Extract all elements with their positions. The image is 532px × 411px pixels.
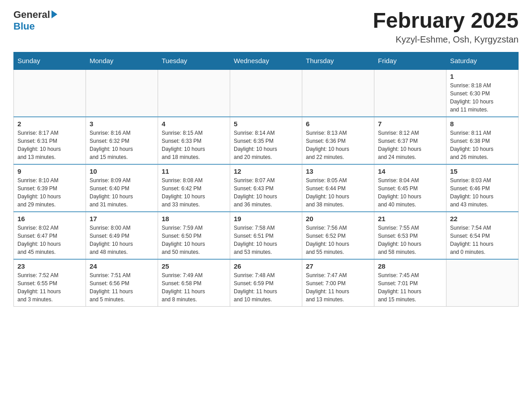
day-info: Sunrise: 7:55 AM Sunset: 6:53 PM Dayligh… xyxy=(378,225,421,255)
day-info: Sunrise: 7:49 AM Sunset: 6:58 PM Dayligh… xyxy=(162,272,205,303)
calendar-day-cell: 22Sunrise: 7:54 AM Sunset: 6:54 PM Dayli… xyxy=(446,212,519,259)
calendar-day-cell xyxy=(86,69,158,117)
calendar-body: 1Sunrise: 8:18 AM Sunset: 6:30 PM Daylig… xyxy=(14,69,519,307)
calendar-day-cell: 11Sunrise: 8:08 AM Sunset: 6:42 PM Dayli… xyxy=(158,164,230,212)
calendar-table: SundayMondayTuesdayWednesdayThursdayFrid… xyxy=(13,52,519,307)
calendar-day-cell: 19Sunrise: 7:58 AM Sunset: 6:51 PM Dayli… xyxy=(230,212,302,259)
day-info: Sunrise: 7:47 AM Sunset: 7:00 PM Dayligh… xyxy=(306,272,349,303)
calendar-week-row: 2Sunrise: 8:17 AM Sunset: 6:31 PM Daylig… xyxy=(14,117,519,164)
calendar-week-row: 16Sunrise: 8:02 AM Sunset: 6:47 PM Dayli… xyxy=(14,212,519,259)
day-number: 23 xyxy=(17,262,82,270)
calendar-week-row: 1Sunrise: 8:18 AM Sunset: 6:30 PM Daylig… xyxy=(14,69,519,117)
day-info: Sunrise: 7:58 AM Sunset: 6:51 PM Dayligh… xyxy=(234,225,277,255)
day-number: 22 xyxy=(450,215,515,223)
weekday-header-tuesday: Tuesday xyxy=(158,52,230,69)
day-number: 26 xyxy=(234,262,298,270)
calendar-day-cell: 10Sunrise: 8:09 AM Sunset: 6:40 PM Dayli… xyxy=(86,164,158,212)
day-info: Sunrise: 8:11 AM Sunset: 6:38 PM Dayligh… xyxy=(450,130,493,160)
day-number: 8 xyxy=(450,120,515,128)
calendar-week-row: 9Sunrise: 8:10 AM Sunset: 6:39 PM Daylig… xyxy=(14,164,519,212)
day-number: 1 xyxy=(450,73,515,80)
day-info: Sunrise: 8:03 AM Sunset: 6:46 PM Dayligh… xyxy=(450,177,493,208)
calendar-day-cell: 5Sunrise: 8:14 AM Sunset: 6:35 PM Daylig… xyxy=(230,117,302,164)
calendar-day-cell: 3Sunrise: 8:16 AM Sunset: 6:32 PM Daylig… xyxy=(86,117,158,164)
day-info: Sunrise: 8:12 AM Sunset: 6:37 PM Dayligh… xyxy=(378,130,421,160)
calendar-day-cell: 23Sunrise: 7:52 AM Sunset: 6:55 PM Dayli… xyxy=(14,259,86,307)
day-info: Sunrise: 8:16 AM Sunset: 6:32 PM Dayligh… xyxy=(90,130,133,160)
title-area: February 2025 Kyzyl-Eshme, Osh, Kyrgyzst… xyxy=(373,9,519,45)
day-info: Sunrise: 8:07 AM Sunset: 6:43 PM Dayligh… xyxy=(234,177,277,208)
calendar-day-cell: 18Sunrise: 7:59 AM Sunset: 6:50 PM Dayli… xyxy=(158,212,230,259)
day-number: 3 xyxy=(90,120,154,128)
day-info: Sunrise: 8:17 AM Sunset: 6:31 PM Dayligh… xyxy=(17,130,61,160)
calendar-day-cell: 12Sunrise: 8:07 AM Sunset: 6:43 PM Dayli… xyxy=(230,164,302,212)
day-info: Sunrise: 7:48 AM Sunset: 6:59 PM Dayligh… xyxy=(234,272,277,303)
day-info: Sunrise: 8:10 AM Sunset: 6:39 PM Dayligh… xyxy=(17,177,61,208)
logo: General Blue xyxy=(13,9,57,32)
day-info: Sunrise: 8:02 AM Sunset: 6:47 PM Dayligh… xyxy=(17,225,61,255)
day-number: 7 xyxy=(378,120,442,128)
day-number: 5 xyxy=(234,120,298,128)
calendar-day-cell xyxy=(302,69,374,117)
day-info: Sunrise: 8:04 AM Sunset: 6:45 PM Dayligh… xyxy=(378,177,421,208)
calendar-week-row: 23Sunrise: 7:52 AM Sunset: 6:55 PM Dayli… xyxy=(14,259,519,307)
day-number: 6 xyxy=(306,120,370,128)
day-number: 12 xyxy=(234,167,298,175)
day-number: 27 xyxy=(306,262,370,270)
day-info: Sunrise: 7:59 AM Sunset: 6:50 PM Dayligh… xyxy=(162,225,205,255)
day-number: 2 xyxy=(17,120,82,128)
header: General Blue February 2025 Kyzyl-Eshme, … xyxy=(13,9,519,45)
location-subtitle: Kyzyl-Eshme, Osh, Kyrgyzstan xyxy=(373,34,519,45)
logo-triangle-icon xyxy=(51,10,57,18)
day-info: Sunrise: 8:14 AM Sunset: 6:35 PM Dayligh… xyxy=(234,130,277,160)
day-info: Sunrise: 8:15 AM Sunset: 6:33 PM Dayligh… xyxy=(162,130,205,160)
day-info: Sunrise: 7:56 AM Sunset: 6:52 PM Dayligh… xyxy=(306,225,349,255)
day-number: 10 xyxy=(90,167,154,175)
calendar-day-cell: 2Sunrise: 8:17 AM Sunset: 6:31 PM Daylig… xyxy=(14,117,86,164)
day-number: 4 xyxy=(162,120,226,128)
calendar-day-cell: 16Sunrise: 8:02 AM Sunset: 6:47 PM Dayli… xyxy=(14,212,86,259)
day-number: 21 xyxy=(378,215,442,223)
calendar-day-cell xyxy=(230,69,302,117)
calendar-day-cell: 7Sunrise: 8:12 AM Sunset: 6:37 PM Daylig… xyxy=(374,117,446,164)
weekday-header-saturday: Saturday xyxy=(446,52,519,69)
calendar-day-cell: 24Sunrise: 7:51 AM Sunset: 6:56 PM Dayli… xyxy=(86,259,158,307)
day-info: Sunrise: 7:51 AM Sunset: 6:56 PM Dayligh… xyxy=(90,272,133,303)
calendar-day-cell: 20Sunrise: 7:56 AM Sunset: 6:52 PM Dayli… xyxy=(302,212,374,259)
calendar-day-cell: 21Sunrise: 7:55 AM Sunset: 6:53 PM Dayli… xyxy=(374,212,446,259)
weekday-header-monday: Monday xyxy=(86,52,158,69)
day-info: Sunrise: 8:05 AM Sunset: 6:44 PM Dayligh… xyxy=(306,177,349,208)
calendar-day-cell xyxy=(158,69,230,117)
weekday-header-friday: Friday xyxy=(374,52,446,69)
day-number: 11 xyxy=(162,167,226,175)
calendar-day-cell: 6Sunrise: 8:13 AM Sunset: 6:36 PM Daylig… xyxy=(302,117,374,164)
calendar-day-cell: 28Sunrise: 7:45 AM Sunset: 7:01 PM Dayli… xyxy=(374,259,446,307)
day-number: 9 xyxy=(17,167,82,175)
calendar-day-cell: 1Sunrise: 8:18 AM Sunset: 6:30 PM Daylig… xyxy=(446,69,519,117)
weekday-header-row: SundayMondayTuesdayWednesdayThursdayFrid… xyxy=(14,52,519,69)
day-number: 25 xyxy=(162,262,226,270)
day-info: Sunrise: 7:45 AM Sunset: 7:01 PM Dayligh… xyxy=(378,272,421,303)
day-number: 28 xyxy=(378,262,442,270)
calendar-day-cell: 27Sunrise: 7:47 AM Sunset: 7:00 PM Dayli… xyxy=(302,259,374,307)
day-info: Sunrise: 7:52 AM Sunset: 6:55 PM Dayligh… xyxy=(17,272,61,303)
calendar-day-cell xyxy=(374,69,446,117)
day-number: 14 xyxy=(378,167,442,175)
month-title: February 2025 xyxy=(373,9,519,33)
logo-general-text: General xyxy=(13,9,50,21)
day-info: Sunrise: 8:18 AM Sunset: 6:30 PM Dayligh… xyxy=(450,82,493,113)
weekday-header-wednesday: Wednesday xyxy=(230,52,302,69)
day-info: Sunrise: 7:54 AM Sunset: 6:54 PM Dayligh… xyxy=(450,225,493,255)
day-number: 20 xyxy=(306,215,370,223)
calendar-day-cell: 25Sunrise: 7:49 AM Sunset: 6:58 PM Dayli… xyxy=(158,259,230,307)
calendar-day-cell: 15Sunrise: 8:03 AM Sunset: 6:46 PM Dayli… xyxy=(446,164,519,212)
calendar-day-cell: 17Sunrise: 8:00 AM Sunset: 6:49 PM Dayli… xyxy=(86,212,158,259)
day-number: 18 xyxy=(162,215,226,223)
day-number: 17 xyxy=(90,215,154,223)
calendar-day-cell: 14Sunrise: 8:04 AM Sunset: 6:45 PM Dayli… xyxy=(374,164,446,212)
calendar-day-cell xyxy=(14,69,86,117)
day-number: 19 xyxy=(234,215,298,223)
logo-blue-text: Blue xyxy=(13,21,35,32)
calendar-day-cell: 4Sunrise: 8:15 AM Sunset: 6:33 PM Daylig… xyxy=(158,117,230,164)
day-number: 16 xyxy=(17,215,82,223)
